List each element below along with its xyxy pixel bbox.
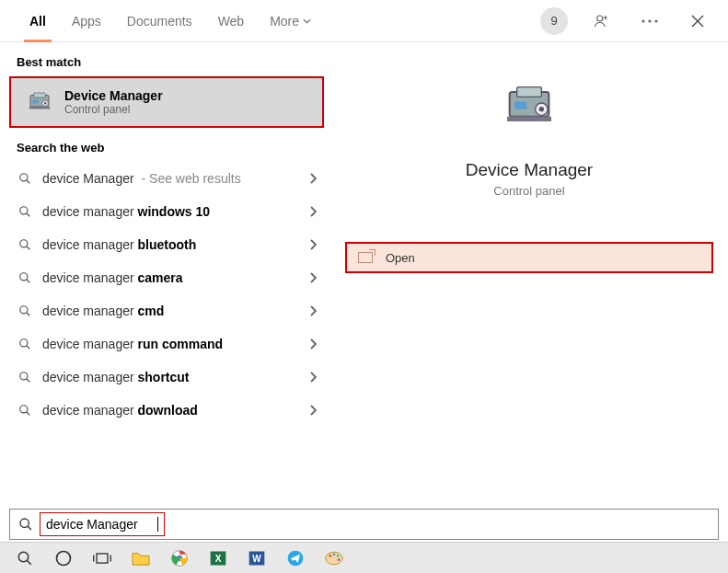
chevron-down-icon <box>303 18 311 24</box>
search-icon <box>17 404 33 417</box>
taskbar-taskview-icon[interactable] <box>83 543 121 574</box>
preview-subtitle: Control panel <box>493 184 564 198</box>
tab-label: Documents <box>127 14 192 29</box>
svg-point-15 <box>20 339 28 347</box>
svg-rect-27 <box>97 553 108 562</box>
web-result-item[interactable]: device manager windows 10 <box>0 195 329 228</box>
taskbar-excel-icon[interactable]: X <box>199 543 237 574</box>
chevron-right-icon <box>309 239 317 250</box>
search-icon <box>17 304 33 317</box>
tab-more[interactable]: More <box>257 0 324 42</box>
tab-label: Web <box>218 14 245 29</box>
svg-point-13 <box>20 273 28 281</box>
web-result-label: device manager cmd <box>42 304 168 318</box>
taskbar-telegram-icon[interactable] <box>276 543 315 574</box>
tab-label: More <box>270 14 299 29</box>
rewards-badge[interactable]: 9 <box>540 7 568 35</box>
web-search-heading: Search the web <box>0 128 329 162</box>
svg-point-1 <box>641 19 644 22</box>
svg-point-26 <box>57 551 71 565</box>
search-icon <box>10 517 41 532</box>
svg-point-25 <box>18 552 29 562</box>
web-result-label: device manager bluetooth <box>42 237 200 252</box>
web-result-item[interactable]: device manager camera <box>0 261 329 294</box>
tab-label: All <box>29 14 46 29</box>
taskbar-chrome-icon[interactable] <box>160 543 199 574</box>
text-cursor <box>157 517 158 532</box>
web-result-label: device manager run command <box>42 337 226 351</box>
chevron-right-icon <box>309 372 317 383</box>
taskbar-cortana-icon[interactable] <box>44 543 83 574</box>
chevron-right-icon <box>309 173 317 184</box>
search-icon <box>17 338 33 350</box>
web-result-label: device manager download <box>42 403 202 418</box>
feedback-icon[interactable] <box>588 7 616 35</box>
preview-pane: Device Manager Control panel Open <box>329 42 728 522</box>
web-result-item[interactable]: device Manager - See web results <box>0 162 329 195</box>
svg-point-21 <box>539 107 544 111</box>
web-result-label: device Manager - See web results <box>42 171 241 186</box>
device-manager-icon <box>500 77 559 136</box>
svg-rect-8 <box>33 100 39 104</box>
chevron-right-icon <box>309 305 317 316</box>
more-options-icon[interactable] <box>636 7 664 35</box>
chevron-right-icon <box>309 206 317 217</box>
svg-point-24 <box>20 519 29 527</box>
svg-rect-9 <box>29 107 51 109</box>
svg-point-37 <box>333 553 336 556</box>
chevron-right-icon <box>309 272 317 283</box>
svg-point-39 <box>338 558 341 561</box>
svg-point-16 <box>20 372 28 380</box>
tab-all[interactable]: All <box>17 0 59 42</box>
search-bar[interactable] <box>9 509 719 540</box>
web-results-list: device Manager - See web resultsdevice m… <box>0 162 329 427</box>
svg-rect-23 <box>507 117 551 121</box>
taskbar-paint-icon[interactable] <box>315 543 353 574</box>
web-result-label: device manager windows 10 <box>42 204 214 219</box>
svg-point-11 <box>20 207 28 214</box>
best-match-title: Device Manager <box>64 88 163 103</box>
device-manager-icon <box>24 86 55 118</box>
web-result-item[interactable]: device manager cmd <box>0 294 329 327</box>
search-icon <box>17 371 33 384</box>
svg-text:W: W <box>252 554 261 564</box>
tab-bar: All Apps Documents Web More 9 <box>0 0 728 42</box>
tab-label: Apps <box>72 14 101 29</box>
web-result-item[interactable]: device manager run command <box>0 327 329 361</box>
taskbar-explorer-icon[interactable] <box>121 543 160 574</box>
best-match-heading: Best match <box>0 42 329 76</box>
svg-point-0 <box>597 16 603 21</box>
svg-point-7 <box>44 102 47 105</box>
preview-title: Device Manager <box>466 160 593 180</box>
svg-point-10 <box>20 174 28 181</box>
web-result-item[interactable]: device manager download <box>0 394 329 427</box>
taskbar: X W <box>0 542 728 573</box>
svg-point-38 <box>337 555 340 557</box>
best-match-subtitle: Control panel <box>64 103 163 116</box>
open-action[interactable]: Open <box>345 242 713 273</box>
search-icon <box>17 172 33 185</box>
results-pane: Best match Device Manager Control panel … <box>0 42 329 522</box>
web-result-item[interactable]: device manager shortcut <box>0 361 329 394</box>
web-result-label: device manager shortcut <box>42 370 193 384</box>
svg-point-14 <box>20 306 28 314</box>
tab-documents[interactable]: Documents <box>114 0 205 42</box>
open-label: Open <box>386 251 415 265</box>
search-input[interactable] <box>46 517 156 532</box>
svg-point-36 <box>329 555 331 557</box>
svg-point-3 <box>654 19 657 22</box>
badge-count: 9 <box>550 14 557 28</box>
web-result-label: device manager camera <box>42 270 187 285</box>
taskbar-search-icon[interactable] <box>6 543 44 574</box>
web-result-item[interactable]: device manager bluetooth <box>0 228 329 261</box>
svg-point-17 <box>20 406 28 413</box>
chevron-right-icon <box>309 338 317 350</box>
chevron-right-icon <box>309 405 317 416</box>
tab-web[interactable]: Web <box>205 0 258 42</box>
close-icon[interactable] <box>684 7 711 35</box>
best-match-item[interactable]: Device Manager Control panel <box>9 76 324 128</box>
tab-apps[interactable]: Apps <box>59 0 114 42</box>
svg-point-12 <box>20 240 28 247</box>
taskbar-word-icon[interactable]: W <box>237 543 276 574</box>
open-icon <box>358 252 373 263</box>
